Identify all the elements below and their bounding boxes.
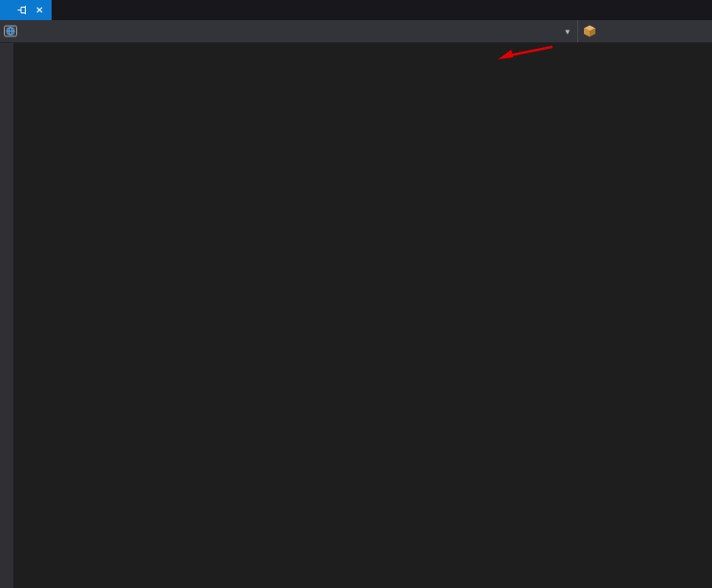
pin-icon[interactable] [17, 5, 28, 15]
project-dropdown[interactable]: ▾ [0, 20, 577, 42]
chevron-down-icon[interactable]: ▾ [565, 27, 577, 36]
tab-program-cs[interactable]: ✕ [0, 0, 52, 20]
annotation-arrow-icon [497, 43, 556, 64]
breakpoint-margin[interactable] [0, 43, 13, 588]
aspnet-project-icon [4, 25, 17, 37]
class-icon [583, 25, 596, 37]
navigation-bar: ▾ [0, 20, 712, 43]
code-editor[interactable] [0, 43, 712, 588]
editor-tab-bar: ✕ [0, 0, 712, 20]
close-icon[interactable]: ✕ [35, 6, 43, 15]
type-dropdown[interactable] [578, 20, 712, 42]
